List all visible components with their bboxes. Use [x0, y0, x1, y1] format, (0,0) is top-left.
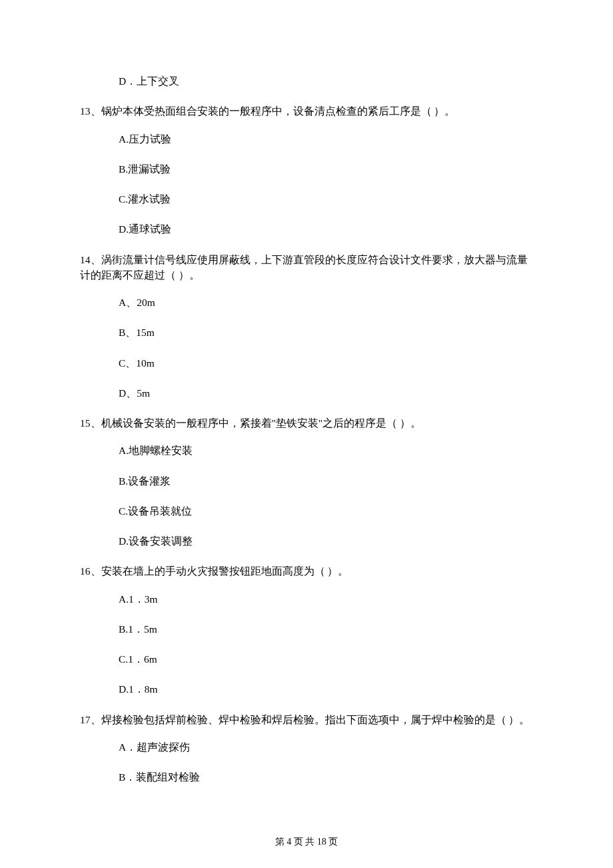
option-a: A.地脚螺栓安装 — [119, 443, 533, 458]
option-c: C.设备吊装就位 — [119, 503, 533, 519]
option-c: C、10m — [119, 355, 533, 371]
option-c: C.1．6m — [119, 651, 533, 667]
option-c: C.灌水试验 — [119, 191, 533, 207]
option-list: A.1．3m B.1．5m C.1．6m D.1．8m — [119, 591, 533, 697]
option-a: A．超声波探伤 — [119, 739, 533, 755]
question-block-14: 14、涡街流量计信号线应使用屏蔽线，上下游直管段的长度应符合设计文件要求，放大器… — [80, 252, 533, 401]
option-d: D.1．8m — [119, 681, 533, 697]
question-stem: 13、锅炉本体受热面组合安装的一般程序中，设备清点检查的紧后工序是（ ）。 — [80, 103, 533, 119]
question-block-17: 17、焊接检验包括焊前检验、焊中检验和焊后检验。指出下面选项中，属于焊中检验的是… — [80, 712, 533, 785]
option-d: D.设备安装调整 — [119, 533, 533, 549]
question-block-13: 13、锅炉本体受热面组合安装的一般程序中，设备清点检查的紧后工序是（ ）。 A.… — [80, 103, 533, 237]
option-a: A.1．3m — [119, 591, 533, 607]
option-d: D.通球试验 — [119, 221, 533, 237]
question-block-16: 16、安装在墙上的手动火灾报警按钮距地面高度为（ ）。 A.1．3m B.1．5… — [80, 563, 533, 697]
option-list: A、20m B、15m C、10m D、5m — [119, 295, 533, 401]
option-list: A.地脚螺栓安装 B.设备灌浆 C.设备吊装就位 D.设备安装调整 — [119, 443, 533, 549]
option-d: D、5m — [119, 385, 533, 401]
option-b: B、15m — [119, 325, 533, 340]
document-page: D．上下交叉 13、锅炉本体受热面组合安装的一般程序中，设备清点检查的紧后工序是… — [0, 0, 613, 839]
option-b: B.泄漏试验 — [119, 161, 533, 177]
question-block-15: 15、机械设备安装的一般程序中，紧接着"垫铁安装"之后的程序是（ ）。 A.地脚… — [80, 415, 533, 549]
option-a: A、20m — [119, 295, 533, 310]
question-stem: 15、机械设备安装的一般程序中，紧接着"垫铁安装"之后的程序是（ ）。 — [80, 415, 533, 431]
option-b: B.1．5m — [119, 621, 533, 637]
option-list: A.压力试验 B.泄漏试验 C.灌水试验 D.通球试验 — [119, 131, 533, 237]
option-a: A.压力试验 — [119, 131, 533, 147]
option-list: A．超声波探伤 B．装配组对检验 — [119, 739, 533, 785]
page-footer: 第 4 页 共 18 页 — [0, 836, 613, 848]
option-b: B.设备灌浆 — [119, 473, 533, 489]
question-stem: 14、涡街流量计信号线应使用屏蔽线，上下游直管段的长度应符合设计文件要求，放大器… — [80, 252, 533, 283]
prev-page-trailing-option: D．上下交叉 — [119, 73, 533, 89]
question-stem: 16、安装在墙上的手动火灾报警按钮距地面高度为（ ）。 — [80, 563, 533, 579]
question-stem: 17、焊接检验包括焊前检验、焊中检验和焊后检验。指出下面选项中，属于焊中检验的是… — [80, 712, 533, 727]
option-b: B．装配组对检验 — [119, 769, 533, 785]
